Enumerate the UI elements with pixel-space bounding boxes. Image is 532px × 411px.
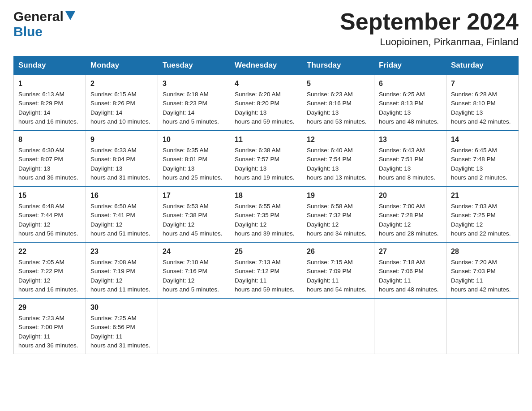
day-info: Sunrise: 6:23 AMSunset: 8:16 PMDaylight:… bbox=[307, 90, 369, 126]
calendar-week-row: 15Sunrise: 6:48 AMSunset: 7:44 PMDayligh… bbox=[14, 186, 519, 242]
day-info: Sunrise: 7:10 AMSunset: 7:16 PMDaylight:… bbox=[163, 258, 225, 294]
day-info: Sunrise: 6:30 AMSunset: 8:07 PMDaylight:… bbox=[18, 146, 81, 182]
calendar-day-cell: 13Sunrise: 6:43 AMSunset: 7:51 PMDayligh… bbox=[374, 130, 446, 186]
day-info: Sunrise: 7:05 AMSunset: 7:22 PMDaylight:… bbox=[18, 258, 81, 294]
calendar-day-cell: 19Sunrise: 6:58 AMSunset: 7:32 PMDayligh… bbox=[302, 186, 374, 242]
logo-triangle-icon bbox=[65, 11, 75, 22]
logo-general-text: General bbox=[13, 9, 64, 24]
day-number: 29 bbox=[18, 302, 81, 313]
calendar-day-cell: 20Sunrise: 7:00 AMSunset: 7:28 PMDayligh… bbox=[374, 186, 446, 242]
calendar-day-cell: 17Sunrise: 6:53 AMSunset: 7:38 PMDayligh… bbox=[158, 186, 230, 242]
calendar-day-cell: 21Sunrise: 7:03 AMSunset: 7:25 PMDayligh… bbox=[446, 186, 519, 242]
calendar-day-cell: 12Sunrise: 6:40 AMSunset: 7:54 PMDayligh… bbox=[302, 130, 374, 186]
day-number: 1 bbox=[18, 78, 81, 89]
day-number: 18 bbox=[235, 190, 297, 201]
calendar-day-cell bbox=[374, 298, 446, 354]
day-number: 6 bbox=[379, 78, 442, 89]
calendar-day-cell bbox=[230, 298, 302, 354]
day-number: 27 bbox=[379, 246, 442, 257]
day-number: 28 bbox=[451, 246, 514, 257]
calendar-day-cell bbox=[158, 298, 230, 354]
weekday-header-monday: Monday bbox=[86, 56, 158, 75]
day-info: Sunrise: 6:25 AMSunset: 8:13 PMDaylight:… bbox=[379, 90, 442, 126]
day-info: Sunrise: 7:18 AMSunset: 7:06 PMDaylight:… bbox=[379, 258, 442, 294]
day-info: Sunrise: 7:23 AMSunset: 7:00 PMDaylight:… bbox=[18, 314, 81, 350]
day-number: 23 bbox=[90, 246, 153, 257]
day-number: 12 bbox=[307, 134, 369, 145]
svg-marker-0 bbox=[65, 11, 75, 20]
calendar-day-cell: 9Sunrise: 6:33 AMSunset: 8:04 PMDaylight… bbox=[86, 130, 158, 186]
day-number: 17 bbox=[163, 190, 225, 201]
day-number: 19 bbox=[307, 190, 369, 201]
calendar-day-cell: 29Sunrise: 7:23 AMSunset: 7:00 PMDayligh… bbox=[14, 298, 86, 354]
day-number: 5 bbox=[307, 78, 369, 89]
day-number: 11 bbox=[235, 134, 297, 145]
day-info: Sunrise: 6:13 AMSunset: 8:29 PMDaylight:… bbox=[18, 90, 81, 126]
day-info: Sunrise: 7:13 AMSunset: 7:12 PMDaylight:… bbox=[235, 258, 297, 294]
weekday-header-wednesday: Wednesday bbox=[230, 56, 302, 75]
day-info: Sunrise: 6:20 AMSunset: 8:20 PMDaylight:… bbox=[235, 90, 297, 126]
day-info: Sunrise: 7:00 AMSunset: 7:28 PMDaylight:… bbox=[379, 202, 442, 238]
day-number: 9 bbox=[90, 134, 153, 145]
day-number: 30 bbox=[90, 302, 153, 313]
day-number: 7 bbox=[451, 78, 514, 89]
day-info: Sunrise: 6:15 AMSunset: 8:26 PMDaylight:… bbox=[90, 90, 153, 126]
calendar-day-cell: 30Sunrise: 7:25 AMSunset: 6:56 PMDayligh… bbox=[86, 298, 158, 354]
day-info: Sunrise: 6:53 AMSunset: 7:38 PMDaylight:… bbox=[163, 202, 225, 238]
day-info: Sunrise: 6:50 AMSunset: 7:41 PMDaylight:… bbox=[90, 202, 153, 238]
calendar-day-cell: 16Sunrise: 6:50 AMSunset: 7:41 PMDayligh… bbox=[86, 186, 158, 242]
calendar-day-cell: 14Sunrise: 6:45 AMSunset: 7:48 PMDayligh… bbox=[446, 130, 519, 186]
calendar-day-cell: 25Sunrise: 7:13 AMSunset: 7:12 PMDayligh… bbox=[230, 242, 302, 298]
day-info: Sunrise: 6:33 AMSunset: 8:04 PMDaylight:… bbox=[90, 146, 153, 182]
calendar-day-cell: 23Sunrise: 7:08 AMSunset: 7:19 PMDayligh… bbox=[86, 242, 158, 298]
month-year-title: September 2024 bbox=[340, 9, 519, 34]
calendar-day-cell: 10Sunrise: 6:35 AMSunset: 8:01 PMDayligh… bbox=[158, 130, 230, 186]
calendar-day-cell: 27Sunrise: 7:18 AMSunset: 7:06 PMDayligh… bbox=[374, 242, 446, 298]
day-info: Sunrise: 6:38 AMSunset: 7:57 PMDaylight:… bbox=[235, 146, 297, 182]
calendar-day-cell: 3Sunrise: 6:18 AMSunset: 8:23 PMDaylight… bbox=[158, 75, 230, 131]
calendar-day-cell: 1Sunrise: 6:13 AMSunset: 8:29 PMDaylight… bbox=[14, 75, 86, 131]
day-info: Sunrise: 6:48 AMSunset: 7:44 PMDaylight:… bbox=[18, 202, 81, 238]
day-number: 2 bbox=[90, 78, 153, 89]
day-info: Sunrise: 7:03 AMSunset: 7:25 PMDaylight:… bbox=[451, 202, 514, 238]
day-info: Sunrise: 6:28 AMSunset: 8:10 PMDaylight:… bbox=[451, 90, 514, 126]
calendar-day-cell: 28Sunrise: 7:20 AMSunset: 7:03 PMDayligh… bbox=[446, 242, 519, 298]
calendar-week-row: 1Sunrise: 6:13 AMSunset: 8:29 PMDaylight… bbox=[14, 75, 519, 131]
calendar-day-cell: 22Sunrise: 7:05 AMSunset: 7:22 PMDayligh… bbox=[14, 242, 86, 298]
calendar-table: SundayMondayTuesdayWednesdayThursdayFrid… bbox=[13, 56, 519, 354]
calendar-day-cell: 15Sunrise: 6:48 AMSunset: 7:44 PMDayligh… bbox=[14, 186, 86, 242]
calendar-day-cell: 11Sunrise: 6:38 AMSunset: 7:57 PMDayligh… bbox=[230, 130, 302, 186]
day-number: 25 bbox=[235, 246, 297, 257]
day-info: Sunrise: 7:08 AMSunset: 7:19 PMDaylight:… bbox=[90, 258, 153, 294]
weekday-header-tuesday: Tuesday bbox=[158, 56, 230, 75]
day-info: Sunrise: 6:45 AMSunset: 7:48 PMDaylight:… bbox=[451, 146, 514, 182]
calendar-day-cell: 6Sunrise: 6:25 AMSunset: 8:13 PMDaylight… bbox=[374, 75, 446, 131]
day-info: Sunrise: 6:18 AMSunset: 8:23 PMDaylight:… bbox=[163, 90, 225, 126]
day-number: 26 bbox=[307, 246, 369, 257]
day-number: 21 bbox=[451, 190, 514, 201]
logo: General Blue bbox=[13, 9, 75, 39]
weekday-header-saturday: Saturday bbox=[446, 56, 519, 75]
day-info: Sunrise: 7:25 AMSunset: 6:56 PMDaylight:… bbox=[90, 314, 153, 350]
day-number: 15 bbox=[18, 190, 81, 201]
day-info: Sunrise: 7:15 AMSunset: 7:09 PMDaylight:… bbox=[307, 258, 369, 294]
calendar-day-cell: 2Sunrise: 6:15 AMSunset: 8:26 PMDaylight… bbox=[86, 75, 158, 131]
day-number: 24 bbox=[163, 246, 225, 257]
logo-blue-text: Blue bbox=[13, 24, 43, 39]
calendar-day-cell: 7Sunrise: 6:28 AMSunset: 8:10 PMDaylight… bbox=[446, 75, 519, 131]
day-info: Sunrise: 6:55 AMSunset: 7:35 PMDaylight:… bbox=[235, 202, 297, 238]
weekday-header-row: SundayMondayTuesdayWednesdayThursdayFrid… bbox=[14, 56, 519, 75]
calendar-week-row: 29Sunrise: 7:23 AMSunset: 7:00 PMDayligh… bbox=[14, 298, 519, 354]
day-number: 14 bbox=[451, 134, 514, 145]
calendar-day-cell: 26Sunrise: 7:15 AMSunset: 7:09 PMDayligh… bbox=[302, 242, 374, 298]
calendar-day-cell: 24Sunrise: 7:10 AMSunset: 7:16 PMDayligh… bbox=[158, 242, 230, 298]
day-number: 3 bbox=[163, 78, 225, 89]
location-subtitle: Luopioinen, Pirkanmaa, Finland bbox=[340, 36, 519, 48]
calendar-week-row: 8Sunrise: 6:30 AMSunset: 8:07 PMDaylight… bbox=[14, 130, 519, 186]
calendar-day-cell: 5Sunrise: 6:23 AMSunset: 8:16 PMDaylight… bbox=[302, 75, 374, 131]
day-number: 13 bbox=[379, 134, 442, 145]
calendar-day-cell: 4Sunrise: 6:20 AMSunset: 8:20 PMDaylight… bbox=[230, 75, 302, 131]
day-info: Sunrise: 6:40 AMSunset: 7:54 PMDaylight:… bbox=[307, 146, 369, 182]
calendar-day-cell bbox=[302, 298, 374, 354]
calendar-day-cell: 18Sunrise: 6:55 AMSunset: 7:35 PMDayligh… bbox=[230, 186, 302, 242]
